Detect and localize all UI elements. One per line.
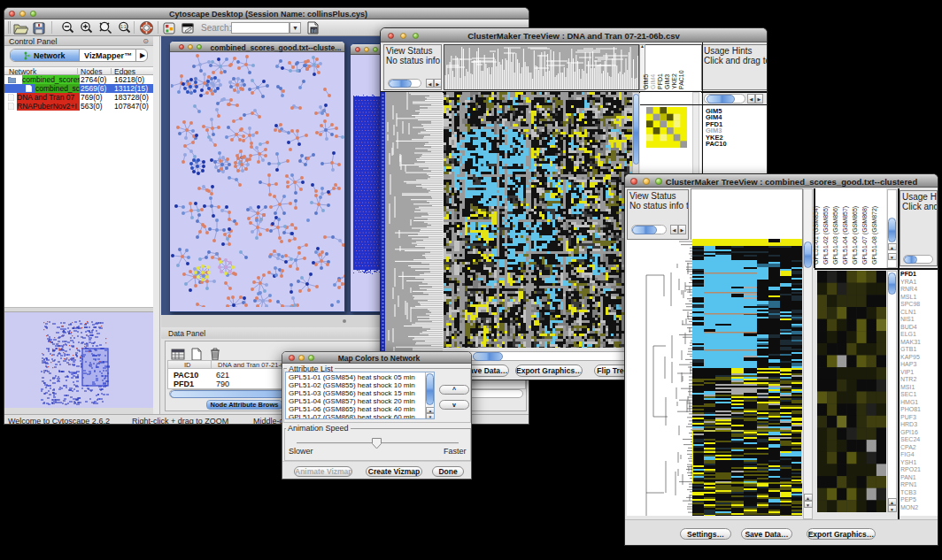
svg-text:1:1: 1:1 bbox=[120, 25, 127, 29]
